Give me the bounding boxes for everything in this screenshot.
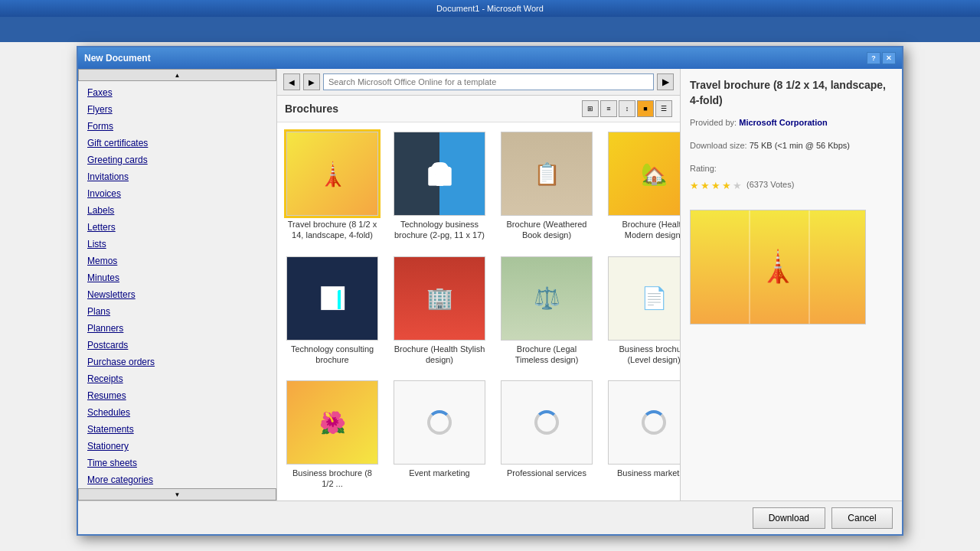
rating-label: Rating:	[690, 164, 717, 173]
view-btn-1[interactable]: ⊞	[582, 100, 599, 117]
right-panel: Travel brochure (8 1/2 x 14, landscape, …	[680, 69, 902, 500]
section-title: Brochures	[285, 103, 338, 115]
template-label-professional: Professional services	[507, 468, 586, 478]
search-forward-button[interactable]: ▶	[303, 73, 320, 90]
template-item-biz-marketing[interactable]: Business marketing	[605, 377, 680, 493]
template-thumb-tech-biz	[394, 132, 485, 216]
view-btn-4[interactable]: ☰	[655, 100, 672, 117]
sidebar-scroll-down[interactable]: ▼	[78, 488, 276, 500]
template-label-biz-level: Business brochure (Level design)	[608, 344, 680, 366]
search-input[interactable]	[323, 73, 654, 90]
spinner-event	[427, 410, 452, 435]
template-thumb-travel	[286, 132, 378, 216]
sidebar-item-letters[interactable]: Letters	[78, 219, 276, 236]
search-back-button[interactable]: ◀	[283, 73, 300, 90]
detail-info: Provided by: Microsoft Corporation	[690, 116, 893, 131]
sidebar-item-gift-certificates[interactable]: Gift certificates	[78, 135, 276, 152]
template-thumb-professional	[501, 380, 593, 465]
provider-name: Microsoft Corporation	[739, 118, 828, 127]
sidebar-item-purchase-orders[interactable]: Purchase orders	[78, 354, 276, 370]
download-button[interactable]: Download	[753, 507, 825, 529]
template-item-health-modern[interactable]: Brochure (Health Modern design)	[605, 129, 680, 244]
template-label-legal: Brochure (Legal Timeless design)	[501, 344, 593, 366]
sidebar-scroll-up[interactable]: ▲	[78, 69, 276, 81]
download-size-label: Download size:	[690, 141, 747, 150]
sidebar-item-faxes[interactable]: Faxes	[78, 84, 276, 101]
template-thumb-weathered	[501, 132, 593, 216]
sidebar-item-lists[interactable]: Lists	[78, 236, 276, 253]
sidebar: ▲ Faxes Flyers Forms Gift certificates G…	[78, 69, 277, 500]
detail-title: Travel brochure (8 1/2 x 14, landscape, …	[690, 78, 893, 108]
sidebar-item-minutes[interactable]: Minutes	[78, 269, 276, 286]
sidebar-item-postcards[interactable]: Postcards	[78, 337, 276, 354]
sidebar-item-newsletters[interactable]: Newsletters	[78, 286, 276, 303]
template-grid: Travel brochure (8 1/2 x 14, landscape, …	[283, 129, 674, 493]
sidebar-item-resumes[interactable]: Resumes	[78, 387, 276, 404]
thumb-health-modern-art	[609, 132, 680, 215]
download-size-info: Download size: 75 KB (<1 min @ 56 Kbps)	[690, 139, 893, 154]
dialog-footer: Download Cancel	[78, 500, 902, 534]
thumb-biz-8-art	[287, 381, 377, 464]
sort-btn[interactable]: ↕	[619, 100, 635, 117]
word-title-bar: Document1 - Microsoft Word	[0, 0, 980, 17]
provided-by-label: Provided by:	[690, 118, 737, 127]
sidebar-item-stationery[interactable]: Stationery	[78, 438, 276, 455]
sidebar-item-greeting-cards[interactable]: Greeting cards	[78, 152, 276, 168]
sidebar-item-invoices[interactable]: Invoices	[78, 185, 276, 202]
rating-info: Rating: ★ ★ ★ ★ ★ (6373 Votes)	[690, 161, 893, 194]
sidebar-item-labels[interactable]: Labels	[78, 202, 276, 219]
sidebar-item-forms[interactable]: Forms	[78, 118, 276, 135]
template-item-consulting[interactable]: Technology consulting brochure	[283, 253, 381, 369]
thumb-weathered-art	[501, 132, 592, 215]
template-item-biz-8[interactable]: Business brochure (8 1/2 ...	[283, 377, 381, 493]
search-go-button[interactable]: ▶	[657, 73, 674, 90]
star-4: ★	[722, 177, 731, 194]
view-btn-3[interactable]: ■	[637, 100, 654, 117]
template-item-professional[interactable]: Professional services	[498, 377, 596, 493]
sidebar-item-planners[interactable]: Planners	[78, 320, 276, 337]
template-item-weathered[interactable]: Brochure (Weathered Book design)	[498, 129, 596, 244]
template-thumb-health-modern	[608, 132, 680, 216]
sidebar-item-schedules[interactable]: Schedules	[78, 404, 276, 421]
template-label-biz-8: Business brochure (8 1/2 ...	[286, 468, 378, 490]
dialog-title-bar: New Document ? ✕	[78, 47, 902, 69]
sidebar-item-plans[interactable]: Plans	[78, 303, 276, 320]
cancel-button[interactable]: Cancel	[831, 507, 893, 529]
dialog-help-button[interactable]: ?	[867, 52, 880, 64]
rating-stars: ★ ★ ★ ★ ★ (6373 Votes)	[690, 177, 893, 194]
dialog-close-button[interactable]: ✕	[882, 52, 896, 64]
view-btn-2[interactable]: ≡	[600, 100, 617, 117]
sidebar-item-memos[interactable]: Memos	[78, 253, 276, 269]
star-1: ★	[690, 177, 699, 194]
sidebar-scroll-area[interactable]: Faxes Flyers Forms Gift certificates Gre…	[78, 81, 276, 488]
template-item-health-stylish[interactable]: Brochure (Health Stylish design)	[390, 253, 488, 369]
sidebar-item-receipts[interactable]: Receipts	[78, 370, 276, 387]
template-grid-container[interactable]: Travel brochure (8 1/2 x 14, landscape, …	[277, 122, 680, 500]
sidebar-item-time-sheets[interactable]: Time sheets	[78, 455, 276, 471]
template-item-legal[interactable]: Brochure (Legal Timeless design)	[498, 253, 596, 369]
template-label-consulting: Technology consulting brochure	[286, 344, 378, 366]
sidebar-item-statements[interactable]: Statements	[78, 421, 276, 438]
word-title: Document1 - Microsoft Word	[436, 4, 544, 13]
template-thumb-event	[394, 380, 485, 465]
preview-image: 🗼	[690, 210, 866, 324]
template-item-event[interactable]: Event marketing	[390, 377, 488, 493]
sidebar-item-more-categories[interactable]: More categories	[78, 471, 276, 488]
sidebar-item-invitations[interactable]: Invitations	[78, 168, 276, 185]
star-3: ★	[711, 177, 720, 194]
view-buttons: ⊞ ≡ ↕ ■ ☰	[582, 100, 672, 117]
thumb-travel-art	[287, 132, 377, 215]
dialog-title-controls: ? ✕	[867, 52, 896, 64]
main-content: ◀ ▶ ▶ Brochures ⊞ ≡ ↕ ■ ☰	[277, 69, 680, 500]
template-item-biz-level[interactable]: Business brochure (Level design)	[605, 253, 680, 369]
template-item-travel[interactable]: Travel brochure (8 1/2 x 14, landscape, …	[283, 129, 381, 244]
template-label-health-modern: Brochure (Health Modern design)	[608, 219, 680, 241]
template-label-event: Event marketing	[409, 468, 469, 478]
spinner-biz-marketing	[642, 410, 666, 435]
template-thumb-biz-marketing	[608, 380, 680, 465]
thumb-legal-art	[501, 257, 592, 340]
template-item-tech-biz[interactable]: Technology business brochure (2-pg, 11 x…	[390, 129, 488, 244]
sidebar-item-flyers[interactable]: Flyers	[78, 101, 276, 118]
template-thumb-legal	[501, 256, 593, 341]
section-header: Brochures ⊞ ≡ ↕ ■ ☰	[277, 96, 680, 122]
